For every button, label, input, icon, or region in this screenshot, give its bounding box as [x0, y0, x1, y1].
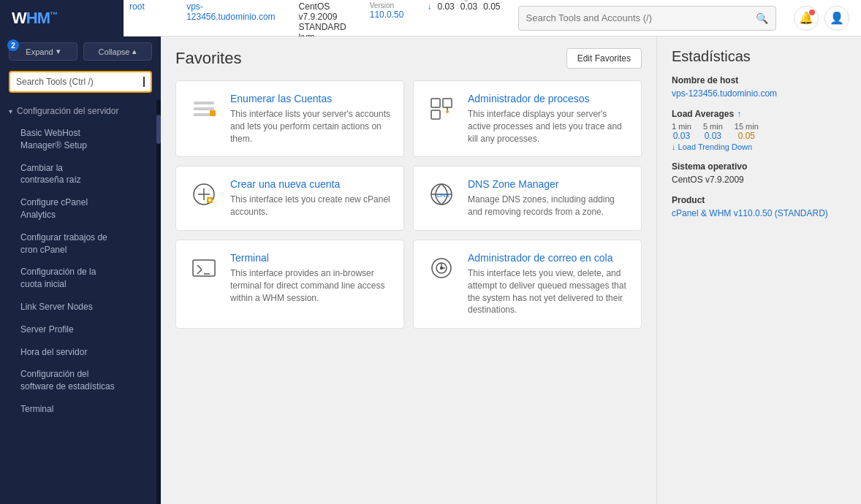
sidebar: 2 Expand ▾ Collapse ▴ ▾ Configuración de… [0, 37, 161, 504]
svg-rect-5 [443, 99, 452, 107]
sidebar-item-server-profile[interactable]: Server Profile [0, 318, 161, 341]
card-procesos-desc: This interface displays your server's ac… [468, 108, 629, 145]
content-area: Favorites Edit Favorites En [161, 37, 861, 504]
card-mail-queue[interactable]: Administrador de correo en cola This int… [413, 240, 642, 329]
card-terminal-title: Terminal [230, 252, 392, 264]
card-enumerar-content: Enumerar las Cuentas This interface list… [230, 93, 392, 145]
card-crear-title: Crear una nueva cuenta [230, 178, 392, 190]
load-col-5min: 5 min 0.03 [703, 122, 723, 141]
load-1min: 0.03 [437, 1, 454, 12]
notification-dot [809, 9, 815, 15]
card-procesos-content: Administrador de procesos This interface… [468, 93, 629, 145]
mail-queue-icon [425, 252, 458, 284]
favorites-section: Favorites Edit Favorites En [161, 37, 656, 504]
card-terminal-desc: This interface provides an in-browser te… [230, 267, 392, 304]
collapse-button[interactable]: Collapse ▴ [83, 42, 152, 61]
nav-section-configuracion[interactable]: ▾ Configuración del servidor [0, 100, 161, 122]
sidebar-item-cambiar-contrasena[interactable]: Cambiar lacontraseña raíz [0, 157, 161, 192]
top-bar-icons: 🔔 👤 [794, 6, 849, 31]
sidebar-search-wrap[interactable] [0, 66, 161, 100]
sidebar-item-basic-webhost[interactable]: Basic WebHostManager® Setup [0, 122, 161, 157]
card-procesos-title: Administrador de procesos [468, 93, 629, 104]
card-enumerar-cuentas[interactable]: Enumerar las Cuentas This interface list… [175, 80, 404, 157]
section-chevron-icon: ▾ [9, 107, 12, 115]
load-trending: ↓ Load Trending Down [672, 142, 846, 151]
svg-rect-3 [210, 110, 216, 116]
card-dns-zone[interactable]: DNS DNS Zone Manager Manage DNS zones, i… [413, 166, 642, 231]
create-account-icon [188, 178, 220, 210]
expand-button[interactable]: Expand ▾ [9, 42, 77, 61]
stats-section: Estadísticas Nombre de host vps-123456.t… [656, 37, 861, 504]
card-terminal[interactable]: Terminal This interface provides an in-b… [175, 240, 404, 329]
card-enumerar-desc: This interface lists your server's accou… [230, 108, 392, 145]
text-cursor [143, 77, 145, 87]
load-up-icon: ↑ [737, 109, 741, 119]
card-crear-cuenta[interactable]: Crear una nueva cuenta This interface le… [175, 166, 404, 231]
svg-line-20 [197, 270, 202, 274]
favorites-title: Favorites [175, 49, 241, 68]
edit-favorites-button[interactable]: Edit Favorites [566, 48, 642, 69]
sidebar-item-terminal[interactable]: Terminal [0, 398, 161, 421]
card-terminal-content: Terminal This interface provides an in-b… [230, 252, 392, 304]
load-col-1min: 1 min 0.03 [672, 122, 691, 141]
sidebar-search-field[interactable] [9, 71, 152, 93]
sidebar-item-link-server[interactable]: Link Server Nodes [0, 296, 161, 318]
sidebar-scrollbar[interactable] [156, 100, 161, 504]
card-admin-procesos[interactable]: Administrador de procesos This interface… [413, 80, 642, 157]
sidebar-badge: 2 [7, 39, 19, 51]
svg-rect-4 [431, 99, 440, 107]
sidebar-item-config-estadisticas[interactable]: Configuración delsoftware de estadística… [0, 363, 161, 398]
load-5min: 0.03 [460, 1, 477, 12]
collapse-chevron-icon: ▴ [132, 47, 137, 56]
stat-os-label: Sistema operativo [672, 161, 846, 172]
stat-os: Sistema operativo CentOS v7.9.2009 [672, 161, 846, 185]
process-icon [425, 93, 458, 125]
whm-logo: WHM™ [12, 9, 57, 28]
load-row: 1 min 0.03 5 min 0.03 15 min 0.05 [672, 122, 846, 141]
svg-point-8 [446, 110, 449, 113]
stat-hostname: Nombre de host vps-123456.tudominio.com [672, 75, 846, 99]
stat-product: Product cPanel & WHM v110.0.50 (STANDARD… [672, 195, 846, 218]
sidebar-item-configure-cpanel[interactable]: Configure cPanelAnalytics [0, 191, 161, 226]
sidebar-search-input[interactable] [16, 77, 143, 87]
stat-hostname-value: vps-123456.tudominio.com [672, 88, 846, 99]
sidebar-nav: ▾ Configuración del servidor Basic WebHo… [0, 100, 161, 504]
search-icon: 🔍 [756, 12, 768, 24]
stat-hostname-label: Nombre de host [672, 75, 846, 85]
card-dns-desc: Manage DNS zones, including adding and r… [468, 194, 629, 218]
load-down-arrow: ↓ [427, 1, 431, 12]
card-mailqueue-content: Administrador de correo en cola This int… [468, 252, 629, 316]
stats-title: Estadísticas [672, 48, 846, 65]
stat-load: Load Averages ↑ 1 min 0.03 5 min 0.03 15… [672, 109, 846, 151]
dns-icon: DNS [425, 178, 458, 210]
svg-rect-0 [194, 102, 214, 104]
svg-rect-1 [194, 107, 214, 110]
svg-text:DNS: DNS [437, 192, 450, 199]
sidebar-scrollbar-thumb [156, 115, 161, 144]
user-menu-button[interactable]: 👤 [824, 6, 849, 31]
favorites-header: Favorites Edit Favorites [175, 48, 642, 69]
global-search-input[interactable] [526, 12, 756, 23]
stat-os-value: CentOS v7.9.2009 [672, 175, 846, 185]
sidebar-item-hora-servidor[interactable]: Hora del servidor [0, 341, 161, 364]
svg-rect-6 [431, 110, 440, 119]
sidebar-controls: 2 Expand ▾ Collapse ▴ [0, 37, 161, 66]
card-mailqueue-desc: This interface lets you view, delete, an… [468, 267, 629, 316]
card-crear-content: Crear una nueva cuenta This interface le… [230, 178, 392, 218]
card-dns-title: DNS Zone Manager [468, 178, 629, 190]
sidebar-item-configuracion-cuota[interactable]: Configuración de lacuota inicial [0, 261, 161, 296]
sidebar-item-configurar-cron[interactable]: Configurar trabajos decron cPanel [0, 226, 161, 261]
card-mailqueue-title: Administrador de correo en cola [468, 252, 629, 264]
card-crear-desc: This interface lets you create new cPane… [230, 194, 392, 218]
list-icon [188, 93, 220, 125]
notifications-button[interactable]: 🔔 [794, 6, 819, 31]
stat-product-value: cPanel & WHM v110.0.50 (STANDARD) [672, 208, 846, 218]
logo-area: WHM™ [0, 0, 124, 37]
terminal-icon [188, 252, 220, 284]
card-enumerar-title: Enumerar las Cuentas [230, 93, 392, 104]
global-search-bar[interactable]: 🔍 [518, 6, 776, 31]
svg-line-19 [197, 265, 202, 270]
svg-point-26 [441, 267, 443, 269]
card-dns-content: DNS Zone Manager Manage DNS zones, inclu… [468, 178, 629, 218]
expand-chevron-icon: ▾ [56, 47, 61, 56]
